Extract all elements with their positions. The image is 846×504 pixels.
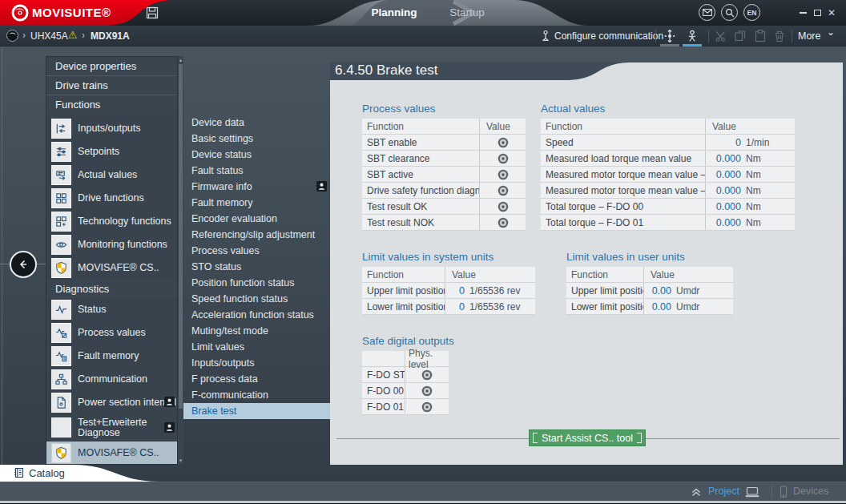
sidebar-group-functions[interactable]: Functions xyxy=(46,95,177,114)
movisafe-shield-icon xyxy=(51,443,71,463)
table-row: SBT enable xyxy=(362,135,526,151)
sidebar-scrollbar[interactable]: ▲ ▼ xyxy=(178,56,183,465)
sidebar-item-technology-functions[interactable]: Technology functions xyxy=(46,210,177,232)
submenu-item-f-communication[interactable]: F-communication xyxy=(183,387,330,403)
submenu-item-brake-test[interactable]: Brake test xyxy=(183,403,330,419)
minimize-button[interactable] xyxy=(796,7,809,18)
table-row: Total torque – F-DO 01 0.000Nm xyxy=(541,215,795,231)
column-header-value: Value xyxy=(445,267,535,282)
sidebar-item-drive-functions[interactable]: Drive functions xyxy=(46,187,177,209)
project-view-button[interactable]: Project xyxy=(708,486,739,497)
axis-tool-icon[interactable] xyxy=(663,29,677,43)
submenu-item-fault-status[interactable]: Fault status xyxy=(183,163,330,179)
paste-icon[interactable] xyxy=(753,29,767,43)
document-icon xyxy=(51,393,71,413)
sidebar-item-status[interactable]: Status xyxy=(46,298,177,321)
catalog-tab-label[interactable]: Catalog xyxy=(29,467,65,479)
submenu-item-speed-function-status[interactable]: Speed function status xyxy=(183,291,330,307)
submenu-item-basic-settings[interactable]: Basic settings xyxy=(183,131,330,147)
more-button[interactable]: More xyxy=(798,30,820,42)
scroll-up-icon[interactable]: ▲ xyxy=(178,57,183,63)
chevron-down-icon[interactable]: ⌄ xyxy=(827,26,835,38)
movisafe-submenu: Device data Basic settings Device status… xyxy=(183,115,330,419)
chevron-up-icon[interactable] xyxy=(691,487,702,497)
value-readout: 0.000 xyxy=(712,217,741,228)
project-monitor-icon[interactable] xyxy=(745,486,759,498)
status-icon xyxy=(51,300,71,320)
sidebar-item-power-section-internal[interactable]: Power section internal xyxy=(46,391,177,413)
submenu-item-limit-values[interactable]: Limit values xyxy=(183,339,330,355)
breadcrumb-node-uhx45a[interactable]: UHX45A xyxy=(30,30,68,42)
navigation-sidebar: Device properties Drive trains Functions… xyxy=(46,56,178,465)
submenu-item-sto-status[interactable]: STO status xyxy=(183,259,330,275)
close-button[interactable]: ✕ xyxy=(825,7,838,18)
configure-communication-button[interactable]: Configure communication xyxy=(554,30,663,42)
save-icon[interactable] xyxy=(146,6,159,19)
table-row: Test result OK xyxy=(362,199,526,215)
sidebar-item-actual-values[interactable]: Actual values xyxy=(46,163,177,186)
maximize-button[interactable] xyxy=(811,7,824,18)
section-title-limit-user: Limit values in user units xyxy=(566,251,685,263)
communication-icon xyxy=(51,369,71,389)
breadcrumb-node-mdx91a[interactable]: MDX91A xyxy=(91,30,130,42)
submenu-item-inputs-outputs[interactable]: Inputs/outputs xyxy=(183,355,330,371)
collapse-sidebar-button[interactable] xyxy=(10,251,37,278)
catalog-icon xyxy=(14,467,25,478)
sidebar-item-movisafe-cs[interactable]: MOVISAFE® CS.. xyxy=(46,256,177,279)
section-title-process-values: Process values xyxy=(362,103,436,115)
column-header-function: Function xyxy=(566,267,643,282)
submenu-item-process-values[interactable]: Process values xyxy=(183,243,330,259)
brake-test-page: 6.4.50 Brake test Process values Functio… xyxy=(330,62,843,465)
value-unit: 1/65536 rev xyxy=(469,301,520,312)
sidebar-item-process-values[interactable]: Process values xyxy=(46,321,177,344)
copy-icon[interactable] xyxy=(733,29,747,43)
devices-view-button[interactable]: Devices xyxy=(793,486,828,497)
sidebar-item-inputs-outputs[interactable]: Inputs/outputs xyxy=(46,117,177,139)
scroll-down-icon[interactable]: ▼ xyxy=(178,458,183,464)
sidebar-item-fault-memory[interactable]: Fault memory xyxy=(46,345,177,367)
submenu-item-device-data[interactable]: Device data xyxy=(183,115,330,131)
movisafe-shield-icon xyxy=(51,258,71,278)
search-icon[interactable] xyxy=(721,4,738,21)
start-assist-tool-button[interactable]: Start Assist CS.. tool xyxy=(529,429,646,446)
sidebar-item-communication[interactable]: Communication xyxy=(46,368,177,390)
warning-icon: ⚠ xyxy=(68,29,78,41)
submenu-item-referencing-slip-adjustment[interactable]: Referencing/slip adjustment xyxy=(183,227,330,243)
sidebar-item-monitoring-functions[interactable]: Monitoring functions xyxy=(46,233,177,256)
section-title-limit-system: Limit values in system units xyxy=(362,251,494,263)
devices-phone-icon[interactable] xyxy=(779,486,788,498)
page-title: 6.4.50 Brake test xyxy=(335,62,438,79)
tab-startup[interactable]: Startup xyxy=(439,6,495,18)
table-row: Speed 01/min xyxy=(541,135,795,151)
toolbar: › UHX45A ⚠ › MDX91A Configure communicat… xyxy=(0,26,846,46)
submenu-item-position-function-status[interactable]: Position function status xyxy=(183,275,330,291)
sidebar-item-test-erweiterte-diagnose[interactable]: Test+Erweiterte Diagnose xyxy=(46,414,177,441)
submenu-item-device-status[interactable]: Device status xyxy=(183,147,330,163)
value-readout: 0.000 xyxy=(712,153,741,164)
person-tool-icon[interactable] xyxy=(685,29,699,43)
value-unit: Nm xyxy=(746,201,761,212)
sidebar-item-setpoints[interactable]: Setpoints xyxy=(46,140,177,163)
submenu-item-firmware-info[interactable]: Firmware info xyxy=(183,179,330,195)
sidebar-item-movisafe-cs-diagnostics[interactable]: MOVISAFE® CS.. xyxy=(46,442,177,464)
sidebar-group-diagnostics[interactable]: Diagnostics xyxy=(46,280,177,298)
sidebar-group-drive-trains[interactable]: Drive trains xyxy=(46,76,177,95)
fault-memory-icon xyxy=(51,346,71,366)
submenu-item-fault-memory[interactable]: Fault memory xyxy=(183,195,330,211)
cut-icon[interactable] xyxy=(714,29,728,43)
submenu-item-acceleration-function-status[interactable]: Acceleration function status xyxy=(183,307,330,323)
language-button[interactable]: EN xyxy=(743,4,760,21)
submenu-item-muting-test-mode[interactable]: Muting/test mode xyxy=(183,323,330,339)
submenu-item-f-process-data[interactable]: F process data xyxy=(183,371,330,387)
delete-icon[interactable] xyxy=(772,29,787,43)
catalog-tab-shape[interactable] xyxy=(0,465,168,482)
tab-planning[interactable]: Planning xyxy=(362,6,426,18)
scrollbar-thumb[interactable] xyxy=(179,64,183,409)
sidebar-group-device-properties[interactable]: Device properties xyxy=(46,57,177,76)
toolbar-divider xyxy=(708,30,709,42)
value-readout: 0 xyxy=(452,285,465,296)
expert-badge-icon xyxy=(164,422,175,433)
message-icon[interactable] xyxy=(699,4,715,21)
status-led-icon xyxy=(498,201,509,212)
submenu-item-encoder-evaluation[interactable]: Encoder evaluation xyxy=(183,211,330,227)
